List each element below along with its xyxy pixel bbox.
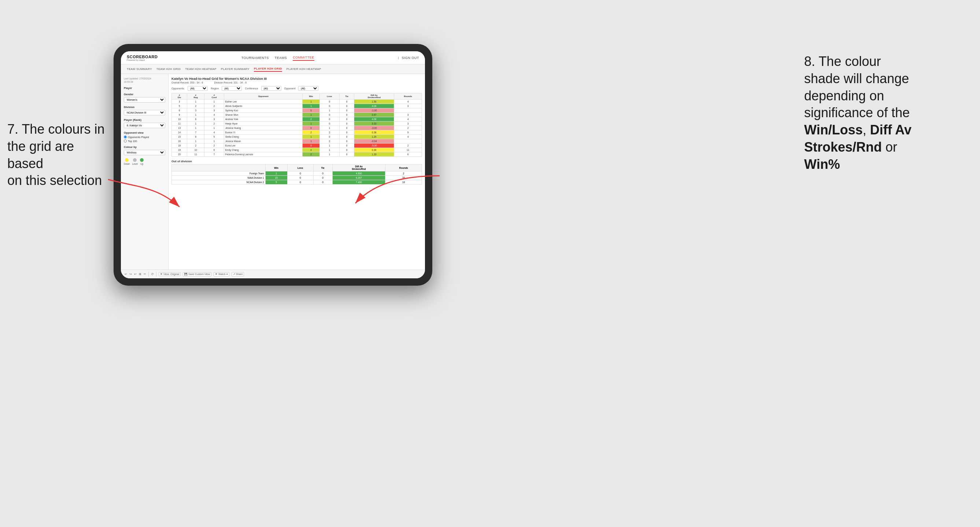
watch-button[interactable]: 👁 Watch ▾ bbox=[213, 272, 229, 276]
redo-icon[interactable]: ↪ bbox=[129, 273, 132, 276]
view-original-button[interactable]: 👁 View: Original bbox=[159, 272, 181, 276]
cut-icon[interactable]: ✂ bbox=[143, 273, 146, 276]
cell-tie: 0 bbox=[339, 126, 354, 130]
nav-committee[interactable]: COMMITTEE bbox=[293, 55, 314, 61]
sub-nav-player-h2h-grid[interactable]: PLAYER H2H GRID bbox=[254, 66, 282, 72]
radio-opponents-played: Opponents Played bbox=[124, 135, 165, 138]
radio-top100-label: Top 100 bbox=[128, 140, 137, 143]
cell-reg: 2 bbox=[187, 144, 204, 148]
cell-conf: 2 bbox=[204, 122, 224, 126]
save-custom-view-label: Save Custom View bbox=[188, 273, 210, 275]
save-custom-view-button[interactable]: 💾 Save Custom View bbox=[183, 272, 212, 276]
nav-tournaments[interactable]: TOURNAMENTS bbox=[242, 55, 269, 60]
division-label: Division bbox=[124, 105, 165, 109]
sidebar-division: Division NCAA Division III bbox=[124, 105, 165, 115]
table-row: 9 1 4 Sharon Mun 1 0 0 3.67 3 bbox=[172, 113, 422, 117]
conference-filter-select[interactable]: (All) bbox=[261, 86, 282, 91]
cell-conf: 2 bbox=[204, 104, 224, 108]
out-cell-tie: 0 bbox=[313, 180, 332, 184]
sign-out-button[interactable]: Sign out bbox=[401, 55, 419, 60]
cell-rounds: 3 bbox=[394, 122, 422, 126]
copy-icon[interactable]: ⊞ bbox=[139, 273, 142, 276]
cell-opponent: Jessica Huang bbox=[224, 126, 302, 130]
table-row: 20 11 7 Federica Domecq Lacroze 2 1 0 1.… bbox=[172, 152, 422, 157]
last-updated: Last Updated: 27/03/2024 16:55:38 bbox=[124, 77, 165, 84]
player-rank-select[interactable]: 8. Katelyn Vo bbox=[124, 123, 165, 128]
division-select[interactable]: NCAA Division III bbox=[124, 110, 165, 115]
gender-select[interactable]: Women's bbox=[124, 97, 165, 103]
cell-reg: 2 bbox=[187, 104, 204, 108]
bold-diff-av: Diff Av bbox=[870, 122, 912, 137]
region-filter-select[interactable]: (All) bbox=[222, 86, 242, 91]
sidebar-player-section: Player bbox=[124, 86, 165, 90]
radio-top100: Top 100 bbox=[124, 140, 165, 143]
cell-diff-av: 3.67 bbox=[354, 113, 394, 117]
annotation-right-text: 8. The colour shade will change dependin… bbox=[804, 53, 958, 173]
sub-nav-team-h2h-grid[interactable]: TEAM H2H GRID bbox=[156, 67, 181, 71]
grid-title: Katelyn Vo Head-to-Head Grid for Women's… bbox=[172, 77, 422, 81]
sub-nav-team-h2h-heatmap[interactable]: TEAM H2H HEATMAP bbox=[185, 67, 216, 71]
cell-rounds: 4 bbox=[394, 135, 422, 139]
tablet-screen: SCOREBOARD Powered by clippd TOURNAMENTS… bbox=[121, 51, 425, 278]
gender-label: Gender bbox=[124, 93, 165, 96]
nav-items: TOURNAMENTS TEAMS COMMITTEE bbox=[242, 55, 314, 61]
cell-tie: 0 bbox=[339, 122, 354, 126]
undo-icon[interactable]: ↩ bbox=[124, 273, 127, 276]
cell-win: 2 bbox=[302, 130, 320, 135]
cell-div: 3 bbox=[172, 100, 187, 104]
cell-win: 4 bbox=[302, 148, 320, 152]
table-row: 3 1 1 Esther Lee 1 0 0 1.50 4 bbox=[172, 100, 422, 104]
toolbar-sep1 bbox=[148, 272, 149, 277]
cell-div: 18 bbox=[172, 144, 187, 148]
radio-opponents-played-input[interactable] bbox=[124, 135, 127, 138]
cell-loss: 0 bbox=[320, 104, 339, 108]
sub-nav-player-summary[interactable]: PLAYER SUMMARY bbox=[221, 67, 250, 71]
clock-icon[interactable]: ⏱ bbox=[151, 273, 154, 276]
cell-opponent: Heejo Hyun bbox=[224, 122, 302, 126]
opponent-filter-select[interactable]: (All) bbox=[298, 86, 318, 91]
cell-rounds: 2 bbox=[394, 144, 422, 148]
out-cell-loss: 0 bbox=[287, 171, 313, 176]
out-cell-rounds: 2 bbox=[385, 171, 422, 176]
cell-rounds: 11 bbox=[394, 148, 422, 152]
eye-icon: 👁 bbox=[160, 273, 163, 275]
bold-win-pct: Win% bbox=[804, 157, 840, 172]
sub-nav-player-h2h-heatmap[interactable]: PLAYER H2H HEATMAP bbox=[286, 67, 321, 71]
colour-by-select[interactable]: Win/loss bbox=[124, 150, 165, 155]
cell-reg: 10 bbox=[187, 148, 204, 152]
cell-reg: 7 bbox=[187, 130, 204, 135]
sub-nav: TEAM SUMMARY TEAM H2H GRID TEAM H2H HEAT… bbox=[121, 65, 425, 74]
cell-opponent: Esther Lee bbox=[224, 100, 302, 104]
nav-right: | Sign out bbox=[398, 55, 419, 60]
out-cell-team: NCAA Division 2 bbox=[172, 180, 266, 184]
table-row: 10 6 3 Andrea York 2 0 0 4.00 4 bbox=[172, 117, 422, 122]
radio-top100-input[interactable] bbox=[124, 140, 127, 143]
cell-tie: 0 bbox=[339, 100, 354, 104]
sidebar-player-rank: Player (Rank) 8. Katelyn Vo bbox=[124, 118, 165, 128]
cell-win: 1 bbox=[302, 122, 320, 126]
out-cell-tie: 0 bbox=[313, 171, 332, 176]
nav-teams[interactable]: TEAMS bbox=[275, 55, 287, 60]
cell-opponent: Stella Cheng bbox=[224, 135, 302, 139]
cell-rounds bbox=[394, 108, 422, 113]
watch-icon: 👁 bbox=[215, 273, 218, 275]
cell-conf: 7 bbox=[204, 152, 224, 157]
cell-diff-av: 0.38 bbox=[354, 130, 394, 135]
annotation-left-text: 7. The colours in the grid are based on … bbox=[7, 121, 110, 189]
share-button[interactable]: ↗ Share bbox=[232, 272, 244, 276]
out-col-win: Win bbox=[265, 164, 287, 171]
cell-diff-av: 4.00 bbox=[354, 104, 394, 108]
table-row: 11 1 2 Heejo Hyun 1 0 0 3.33 3 bbox=[172, 122, 422, 126]
out-col-team bbox=[172, 164, 266, 171]
table-row: 19 10 6 Emily Chang 4 1 0 0.30 11 bbox=[172, 148, 422, 152]
cell-conf: 5 bbox=[204, 135, 224, 139]
out-of-division-table: Win Loss Tie Diff AvStrokes/Rnd Rounds F… bbox=[172, 164, 422, 184]
cell-reg: 3 bbox=[187, 108, 204, 113]
grid-area: Katelyn Vo Head-to-Head Grid for Women's… bbox=[169, 74, 425, 270]
sub-nav-team-summary[interactable]: TEAM SUMMARY bbox=[127, 67, 152, 71]
cell-loss: 1 bbox=[320, 144, 339, 148]
undo2-icon[interactable]: ↩ bbox=[134, 273, 137, 276]
opponents-filter-select[interactable]: (All) bbox=[188, 86, 208, 91]
cell-div: 19 bbox=[172, 148, 187, 152]
cell-reg: 1 bbox=[187, 122, 204, 126]
